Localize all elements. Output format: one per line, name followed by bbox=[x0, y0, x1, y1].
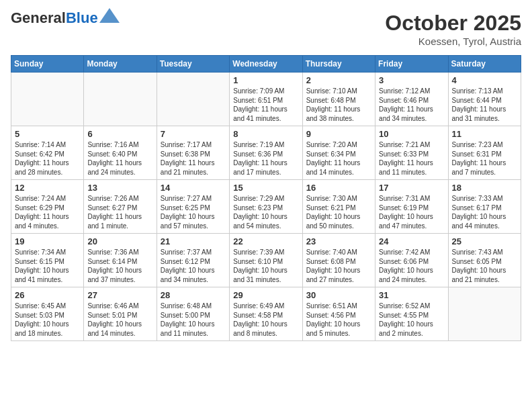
calendar-week-row: 1Sunrise: 7:09 AM Sunset: 6:51 PM Daylig… bbox=[11, 73, 521, 126]
day-info: Sunrise: 7:40 AM Sunset: 6:08 PM Dayligh… bbox=[306, 248, 371, 284]
day-number: 16 bbox=[306, 183, 371, 193]
day-number: 28 bbox=[161, 290, 226, 300]
day-number: 27 bbox=[87, 290, 152, 300]
calendar-day-cell: 11Sunrise: 7:23 AM Sunset: 6:31 PM Dayli… bbox=[448, 126, 521, 180]
day-info: Sunrise: 7:31 AM Sunset: 6:19 PM Dayligh… bbox=[379, 194, 444, 230]
calendar-day-cell: 17Sunrise: 7:31 AM Sunset: 6:19 PM Dayli… bbox=[375, 180, 448, 234]
calendar-day-cell: 29Sunrise: 6:49 AM Sunset: 4:58 PM Dayli… bbox=[230, 287, 302, 341]
day-number: 30 bbox=[306, 290, 371, 300]
calendar-day-cell: 25Sunrise: 7:43 AM Sunset: 6:05 PM Dayli… bbox=[448, 234, 521, 287]
day-info: Sunrise: 7:14 AM Sunset: 6:42 PM Dayligh… bbox=[15, 140, 80, 177]
day-info: Sunrise: 7:39 AM Sunset: 6:10 PM Dayligh… bbox=[233, 248, 298, 284]
day-info: Sunrise: 7:23 AM Sunset: 6:31 PM Dayligh… bbox=[452, 140, 517, 177]
day-of-week-header: Thursday bbox=[302, 56, 375, 73]
day-number: 20 bbox=[87, 236, 152, 246]
calendar-day-cell: 5Sunrise: 7:14 AM Sunset: 6:42 PM Daylig… bbox=[11, 126, 84, 180]
day-of-week-header: Tuesday bbox=[157, 56, 229, 73]
calendar-day-cell bbox=[448, 287, 521, 341]
page-header: GeneralBlue October 2025 Koessen, Tyrol,… bbox=[11, 11, 521, 47]
calendar-day-cell: 21Sunrise: 7:37 AM Sunset: 6:12 PM Dayli… bbox=[157, 234, 229, 287]
calendar-day-cell: 18Sunrise: 7:33 AM Sunset: 6:17 PM Dayli… bbox=[448, 180, 521, 234]
day-info: Sunrise: 6:45 AM Sunset: 5:03 PM Dayligh… bbox=[15, 302, 80, 338]
calendar-day-cell: 19Sunrise: 7:34 AM Sunset: 6:15 PM Dayli… bbox=[11, 234, 84, 287]
day-info: Sunrise: 7:37 AM Sunset: 6:12 PM Dayligh… bbox=[161, 248, 226, 284]
day-of-week-header: Saturday bbox=[448, 56, 521, 73]
location: Koessen, Tyrol, Austria bbox=[385, 36, 521, 47]
day-number: 5 bbox=[15, 129, 80, 139]
day-number: 25 bbox=[452, 236, 517, 246]
day-number: 2 bbox=[306, 75, 371, 85]
day-of-week-header: Wednesday bbox=[230, 56, 302, 73]
day-info: Sunrise: 7:34 AM Sunset: 6:15 PM Dayligh… bbox=[15, 248, 80, 284]
day-number: 14 bbox=[161, 183, 226, 193]
calendar-day-cell: 31Sunrise: 6:52 AM Sunset: 4:55 PM Dayli… bbox=[375, 287, 448, 341]
day-info: Sunrise: 6:52 AM Sunset: 4:55 PM Dayligh… bbox=[379, 302, 444, 338]
title-block: October 2025 Koessen, Tyrol, Austria bbox=[385, 11, 521, 47]
calendar-day-cell: 15Sunrise: 7:29 AM Sunset: 6:23 PM Dayli… bbox=[230, 180, 302, 234]
day-number: 19 bbox=[15, 236, 80, 246]
day-number: 6 bbox=[87, 129, 152, 139]
calendar-day-cell: 6Sunrise: 7:16 AM Sunset: 6:40 PM Daylig… bbox=[84, 126, 157, 180]
day-info: Sunrise: 7:30 AM Sunset: 6:21 PM Dayligh… bbox=[306, 194, 371, 230]
day-number: 13 bbox=[87, 183, 152, 193]
calendar-week-row: 26Sunrise: 6:45 AM Sunset: 5:03 PM Dayli… bbox=[11, 287, 521, 341]
calendar-week-row: 12Sunrise: 7:24 AM Sunset: 6:29 PM Dayli… bbox=[11, 180, 521, 234]
calendar-week-row: 5Sunrise: 7:14 AM Sunset: 6:42 PM Daylig… bbox=[11, 126, 521, 180]
calendar-day-cell: 23Sunrise: 7:40 AM Sunset: 6:08 PM Dayli… bbox=[302, 234, 375, 287]
calendar-day-cell: 8Sunrise: 7:19 AM Sunset: 6:36 PM Daylig… bbox=[230, 126, 302, 180]
day-info: Sunrise: 7:24 AM Sunset: 6:29 PM Dayligh… bbox=[15, 194, 80, 230]
day-number: 10 bbox=[379, 129, 444, 139]
calendar-day-cell: 26Sunrise: 6:45 AM Sunset: 5:03 PM Dayli… bbox=[11, 287, 84, 341]
day-number: 4 bbox=[452, 75, 517, 85]
day-number: 29 bbox=[233, 290, 298, 300]
calendar-day-cell bbox=[84, 73, 157, 126]
calendar-day-cell: 1Sunrise: 7:09 AM Sunset: 6:51 PM Daylig… bbox=[230, 73, 302, 126]
svg-marker-0 bbox=[99, 8, 120, 23]
day-info: Sunrise: 7:27 AM Sunset: 6:25 PM Dayligh… bbox=[161, 194, 226, 230]
day-of-week-header: Friday bbox=[375, 56, 448, 73]
calendar-day-cell: 14Sunrise: 7:27 AM Sunset: 6:25 PM Dayli… bbox=[157, 180, 229, 234]
day-number: 23 bbox=[306, 236, 371, 246]
calendar-day-cell: 22Sunrise: 7:39 AM Sunset: 6:10 PM Dayli… bbox=[230, 234, 302, 287]
calendar-day-cell: 4Sunrise: 7:13 AM Sunset: 6:44 PM Daylig… bbox=[448, 73, 521, 126]
day-info: Sunrise: 7:17 AM Sunset: 6:38 PM Dayligh… bbox=[161, 140, 226, 177]
day-info: Sunrise: 7:43 AM Sunset: 6:05 PM Dayligh… bbox=[452, 248, 517, 284]
day-info: Sunrise: 7:12 AM Sunset: 6:46 PM Dayligh… bbox=[379, 87, 444, 123]
day-info: Sunrise: 6:49 AM Sunset: 4:58 PM Dayligh… bbox=[233, 302, 298, 338]
day-info: Sunrise: 6:48 AM Sunset: 5:00 PM Dayligh… bbox=[161, 302, 226, 338]
calendar-week-row: 19Sunrise: 7:34 AM Sunset: 6:15 PM Dayli… bbox=[11, 234, 521, 287]
day-info: Sunrise: 7:10 AM Sunset: 6:48 PM Dayligh… bbox=[306, 87, 371, 123]
day-info: Sunrise: 7:29 AM Sunset: 6:23 PM Dayligh… bbox=[233, 194, 298, 230]
logo-general: General bbox=[11, 9, 66, 26]
day-number: 26 bbox=[15, 290, 80, 300]
day-number: 12 bbox=[15, 183, 80, 193]
month-title: October 2025 bbox=[385, 11, 521, 36]
day-number: 18 bbox=[452, 183, 517, 193]
calendar-table: SundayMondayTuesdayWednesdayThursdayFrid… bbox=[11, 55, 521, 341]
calendar-day-cell: 16Sunrise: 7:30 AM Sunset: 6:21 PM Dayli… bbox=[302, 180, 375, 234]
day-number: 7 bbox=[161, 129, 226, 139]
day-info: Sunrise: 7:21 AM Sunset: 6:33 PM Dayligh… bbox=[379, 140, 444, 177]
day-number: 22 bbox=[233, 236, 298, 246]
day-info: Sunrise: 7:20 AM Sunset: 6:34 PM Dayligh… bbox=[306, 140, 371, 177]
logo: GeneralBlue bbox=[11, 11, 120, 26]
day-info: Sunrise: 7:13 AM Sunset: 6:44 PM Dayligh… bbox=[452, 87, 517, 123]
day-info: Sunrise: 6:46 AM Sunset: 5:01 PM Dayligh… bbox=[87, 302, 152, 338]
calendar-day-cell bbox=[11, 73, 84, 126]
day-number: 24 bbox=[379, 236, 444, 246]
day-info: Sunrise: 7:33 AM Sunset: 6:17 PM Dayligh… bbox=[452, 194, 517, 230]
day-info: Sunrise: 7:09 AM Sunset: 6:51 PM Dayligh… bbox=[233, 87, 298, 123]
calendar-day-cell: 2Sunrise: 7:10 AM Sunset: 6:48 PM Daylig… bbox=[302, 73, 375, 126]
calendar-day-cell: 7Sunrise: 7:17 AM Sunset: 6:38 PM Daylig… bbox=[157, 126, 229, 180]
day-number: 3 bbox=[379, 75, 444, 85]
day-number: 17 bbox=[379, 183, 444, 193]
calendar-day-cell: 30Sunrise: 6:51 AM Sunset: 4:56 PM Dayli… bbox=[302, 287, 375, 341]
calendar-day-cell: 10Sunrise: 7:21 AM Sunset: 6:33 PM Dayli… bbox=[375, 126, 448, 180]
calendar-day-cell: 24Sunrise: 7:42 AM Sunset: 6:06 PM Dayli… bbox=[375, 234, 448, 287]
calendar-day-cell: 20Sunrise: 7:36 AM Sunset: 6:14 PM Dayli… bbox=[84, 234, 157, 287]
day-number: 21 bbox=[161, 236, 226, 246]
calendar-header-row: SundayMondayTuesdayWednesdayThursdayFrid… bbox=[11, 56, 521, 73]
day-info: Sunrise: 7:16 AM Sunset: 6:40 PM Dayligh… bbox=[87, 140, 152, 177]
day-number: 8 bbox=[233, 129, 298, 139]
day-number: 11 bbox=[452, 129, 517, 139]
